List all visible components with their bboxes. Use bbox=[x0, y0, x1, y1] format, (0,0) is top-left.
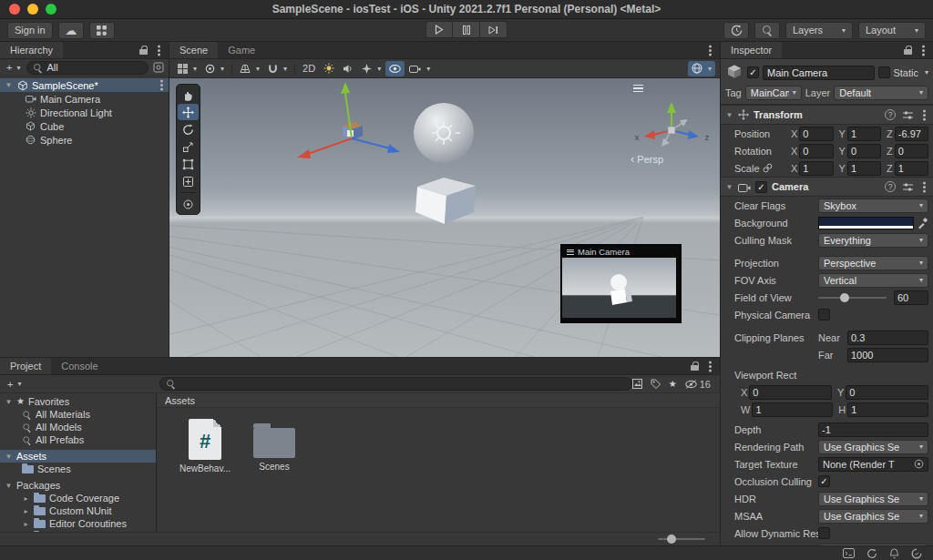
lock-icon[interactable] bbox=[904, 46, 912, 56]
fold-caret-icon[interactable]: ▼ bbox=[725, 183, 733, 191]
near-clip-field[interactable]: 0.3 bbox=[847, 331, 928, 345]
static-toggle[interactable]: Static ▾ bbox=[878, 66, 928, 78]
fold-caret-icon[interactable]: ▼ bbox=[725, 111, 733, 119]
eyedropper-icon[interactable] bbox=[918, 218, 928, 229]
tree-row-code-coverage[interactable]: ▸Code Coverage bbox=[0, 492, 156, 504]
tab-scene[interactable]: Scene bbox=[169, 42, 218, 58]
slider-knob[interactable] bbox=[840, 293, 849, 302]
project-search-input[interactable] bbox=[179, 379, 625, 390]
culling-mask-dropdown[interactable]: Everything▾ bbox=[818, 233, 928, 248]
fold-caret-icon[interactable]: ▼ bbox=[5, 81, 13, 89]
hierarchy-row-sphere[interactable]: Sphere bbox=[0, 133, 169, 147]
create-asset-button[interactable]: +▾ bbox=[5, 379, 23, 390]
kebab-menu-icon[interactable] bbox=[158, 49, 160, 52]
presets-icon[interactable] bbox=[902, 182, 914, 192]
object-picker-icon[interactable] bbox=[914, 459, 924, 469]
tool-settings-dropdown[interactable]: ▾ bbox=[174, 61, 200, 76]
scene-audio-toggle[interactable] bbox=[339, 61, 357, 76]
custom-tool[interactable] bbox=[178, 196, 199, 212]
hierarchy-search[interactable] bbox=[26, 61, 149, 75]
rendering-path-dropdown[interactable]: Use Graphics Se▾ bbox=[818, 440, 928, 454]
gameobject-name-field[interactable]: Main Camera bbox=[763, 66, 875, 80]
move-tool[interactable] bbox=[178, 104, 199, 120]
link-icon[interactable] bbox=[763, 163, 773, 173]
overlay-menu-icon[interactable] bbox=[633, 85, 643, 92]
physical-camera-checkbox[interactable] bbox=[818, 309, 830, 321]
active-checkbox[interactable]: ✓ bbox=[747, 66, 759, 78]
projection-dropdown[interactable]: Perspective▾ bbox=[818, 256, 928, 270]
clear-flags-dropdown[interactable]: Skybox▾ bbox=[818, 199, 928, 213]
hierarchy-row-cube[interactable]: Cube bbox=[0, 119, 169, 133]
transform-tool[interactable] bbox=[178, 173, 199, 189]
tab-project[interactable]: Project bbox=[0, 358, 51, 374]
favorites-star-icon[interactable]: ★ bbox=[669, 380, 677, 389]
help-icon[interactable]: ? bbox=[885, 181, 896, 192]
hierarchy-row-main-camera[interactable]: Main Camera bbox=[0, 92, 169, 106]
search-by-type-icon[interactable] bbox=[632, 379, 642, 389]
slider-knob[interactable] bbox=[667, 535, 676, 544]
depth-field[interactable]: -1 bbox=[818, 423, 928, 437]
tree-row-all-prefabs[interactable]: All Prefabs bbox=[0, 433, 156, 446]
fold-caret-icon[interactable]: ▼ bbox=[5, 453, 13, 461]
rotate-tool[interactable] bbox=[178, 121, 199, 137]
asset-item-script[interactable]: # NewBehav... bbox=[177, 419, 233, 473]
zoom-window-button[interactable] bbox=[46, 4, 56, 15]
dynamic-resolution-checkbox[interactable] bbox=[818, 527, 830, 539]
scene-viewport[interactable]: x z ‹ Persp Main Camera bbox=[169, 78, 720, 357]
scale-y-field[interactable]: 1 bbox=[847, 161, 881, 176]
fold-caret-icon[interactable]: ▼ bbox=[5, 482, 13, 490]
gizmos-dropdown[interactable]: ▾ bbox=[688, 61, 715, 76]
tree-row-all-materials[interactable]: All Materials bbox=[0, 408, 156, 421]
layer-dropdown[interactable]: Default▾ bbox=[834, 86, 928, 100]
tab-inspector[interactable]: Inspector bbox=[721, 42, 782, 58]
perspective-indicator[interactable]: ‹ Persp bbox=[631, 153, 663, 165]
tree-row-custom-nunit[interactable]: ▸Custom NUnit bbox=[0, 504, 156, 517]
hierarchy-row-directional-light[interactable]: Directional Light bbox=[0, 106, 169, 119]
viewport-h-field[interactable]: 1 bbox=[847, 402, 928, 417]
refresh-icon[interactable] bbox=[866, 548, 877, 559]
gameobject-icon[interactable] bbox=[725, 64, 743, 81]
cube-object[interactable] bbox=[415, 178, 476, 224]
viewport-y-field[interactable]: 0 bbox=[846, 385, 928, 400]
tab-game[interactable]: Game bbox=[218, 42, 265, 58]
plastic-scm-button[interactable] bbox=[89, 22, 115, 39]
pause-button[interactable] bbox=[453, 21, 480, 38]
rotation-z-field[interactable]: 0 bbox=[895, 144, 928, 158]
tree-row-assets[interactable]: ▼ Assets bbox=[0, 450, 156, 463]
camera-settings-dropdown[interactable]: ▾ bbox=[405, 61, 434, 76]
2d-toggle[interactable]: 2D bbox=[299, 61, 319, 76]
scene-picker-icon[interactable] bbox=[153, 62, 164, 73]
effects-dropdown[interactable]: ▾ bbox=[358, 61, 384, 76]
hand-tool[interactable] bbox=[178, 87, 199, 103]
layout-dropdown[interactable]: Layout▾ bbox=[858, 22, 926, 39]
help-icon[interactable]: ? bbox=[885, 109, 896, 120]
lock-icon[interactable] bbox=[691, 361, 699, 372]
scale-tool[interactable] bbox=[178, 138, 199, 155]
occlusion-culling-checkbox[interactable]: ✓ bbox=[818, 475, 830, 487]
rotation-y-field[interactable]: 0 bbox=[847, 144, 881, 158]
lock-icon[interactable] bbox=[139, 46, 148, 56]
transform-component-header[interactable]: ▼ Transform ? bbox=[721, 105, 933, 125]
kebab-menu-icon[interactable] bbox=[709, 49, 712, 52]
orientation-gizmo[interactable]: x z bbox=[635, 102, 710, 147]
viewport-x-field[interactable]: 0 bbox=[749, 385, 832, 400]
grid-visibility-dropdown[interactable]: ▾ bbox=[236, 61, 263, 76]
search-by-label-icon[interactable] bbox=[651, 379, 661, 389]
fov-field[interactable]: 60 bbox=[894, 290, 928, 305]
fov-axis-dropdown[interactable]: Vertical▾ bbox=[818, 273, 928, 288]
tree-row-packages[interactable]: ▼ Packages bbox=[0, 479, 156, 492]
tab-hierarchy[interactable]: Hierarchy bbox=[0, 42, 63, 58]
fold-caret-icon[interactable]: ▸ bbox=[22, 520, 30, 528]
tree-row-favorites[interactable]: ▼ ★ Favorites bbox=[0, 395, 156, 408]
position-x-field[interactable]: 0 bbox=[799, 127, 833, 141]
msaa-dropdown[interactable]: Use Graphics Se▾ bbox=[818, 509, 928, 524]
kebab-menu-icon[interactable] bbox=[709, 365, 712, 368]
tab-console[interactable]: Console bbox=[51, 358, 108, 374]
kebab-menu-icon[interactable] bbox=[923, 186, 926, 188]
move-gizmo[interactable] bbox=[297, 82, 400, 158]
camera-component-header[interactable]: ▼ ✓ Camera ? bbox=[721, 177, 933, 197]
layers-dropdown[interactable]: Layers▾ bbox=[785, 22, 853, 39]
fold-caret-icon[interactable]: ▸ bbox=[22, 494, 30, 503]
kebab-menu-icon[interactable] bbox=[160, 84, 163, 87]
step-button[interactable] bbox=[480, 21, 508, 38]
